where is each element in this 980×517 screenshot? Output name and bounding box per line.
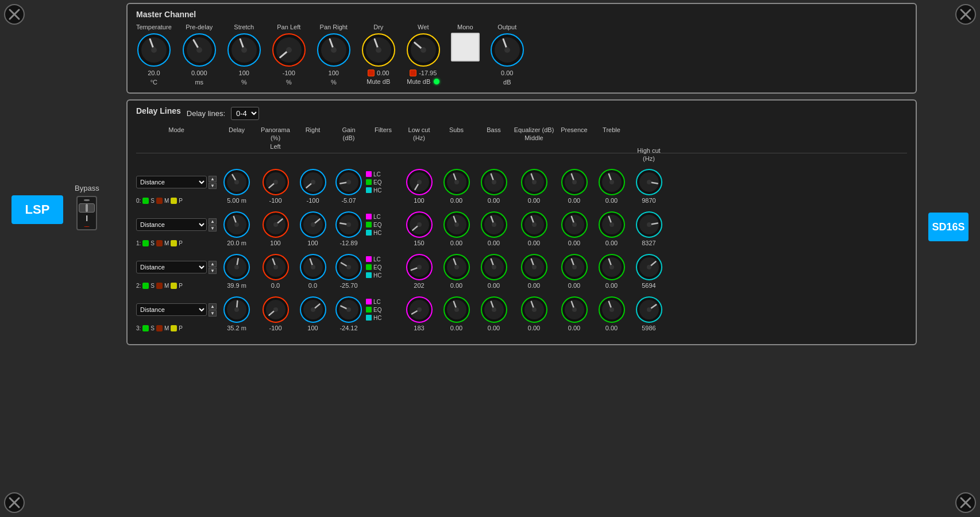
knob-dry-svg[interactable]: [361, 33, 396, 67]
row2-mode-select[interactable]: Distance: [136, 261, 207, 273]
knob-output-value: 0.00: [501, 70, 513, 76]
row1-treble-knob[interactable]: [593, 211, 630, 238]
row2-gain-knob[interactable]: [331, 253, 366, 281]
row2-subs-knob[interactable]: [438, 253, 475, 281]
row2-highcut-knob[interactable]: [630, 253, 668, 281]
row0-s-led[interactable]: [142, 198, 149, 204]
row2-panright-knob[interactable]: [294, 253, 331, 281]
row0-presence-knob[interactable]: [555, 168, 593, 196]
row3-p-led[interactable]: [171, 325, 177, 331]
row3-subs-knob[interactable]: [438, 296, 475, 323]
row0-lowcut-knob[interactable]: [400, 168, 438, 196]
row1-subs-knob[interactable]: [438, 211, 475, 238]
row2-spinner-down[interactable]: ▼: [209, 268, 217, 274]
row2-panleft-knob[interactable]: [257, 253, 294, 281]
row2-treble-knob[interactable]: [593, 253, 630, 281]
row3-lowcut-knob[interactable]: [400, 296, 438, 323]
row3-delay-knob[interactable]: [217, 296, 257, 323]
row1-lowcut-knob[interactable]: [400, 211, 438, 238]
row2-mode-spinner[interactable]: ▲ ▼: [209, 261, 217, 274]
row3-treble-knob[interactable]: [593, 296, 630, 323]
row1-bass-knob[interactable]: [475, 211, 512, 238]
row0-p-led[interactable]: [171, 198, 177, 204]
row1-mode-spinner[interactable]: ▲ ▼: [209, 218, 217, 232]
row1-spinner-up[interactable]: ▲: [209, 218, 217, 225]
row1-mode-select[interactable]: Distance: [136, 218, 207, 231]
row3-spinner-up[interactable]: ▲: [209, 303, 217, 310]
row1-m-led[interactable]: [156, 240, 163, 246]
row2-bass-knob[interactable]: [475, 253, 512, 281]
row3-delay-val: 35.2 m: [217, 325, 257, 331]
row1-spinner-down[interactable]: ▼: [209, 225, 217, 232]
knob-wet: Wet -17.95 Mute dB: [406, 24, 441, 85]
svg-point-59: [532, 180, 537, 184]
row1-panright-knob[interactable]: [294, 211, 331, 238]
row1-p-led[interactable]: [171, 240, 177, 246]
sd16s-button[interactable]: SD16S: [928, 213, 969, 241]
row1-gain-knob[interactable]: [331, 211, 366, 238]
row0-panleft-knob[interactable]: [257, 168, 294, 196]
row3-mode-spinner[interactable]: ▲ ▼: [209, 303, 217, 317]
knob-stretch-svg[interactable]: [227, 33, 261, 67]
row3-highcut-knob[interactable]: [630, 296, 668, 323]
row0-treble-knob[interactable]: [593, 168, 630, 196]
row2-p-led[interactable]: [171, 283, 177, 289]
svg-point-137: [234, 307, 239, 312]
row1-highcut-knob[interactable]: [630, 211, 668, 238]
row3-panleft-knob[interactable]: [257, 296, 294, 323]
row2-delay-knob[interactable]: [217, 253, 257, 281]
row3-mode-select[interactable]: Distance: [136, 303, 207, 316]
row3-spinner-down[interactable]: ▼: [209, 310, 217, 317]
row2-subs-val: 0.00: [438, 282, 475, 289]
row3-presence-knob[interactable]: [555, 296, 593, 323]
row1-presence-knob[interactable]: [555, 211, 593, 238]
row1-middle-knob[interactable]: [512, 211, 555, 238]
knob-temperature-svg[interactable]: [137, 33, 171, 67]
lsp-button[interactable]: LSP: [11, 195, 63, 224]
row3-middle-knob[interactable]: [512, 296, 555, 323]
knob-output-svg[interactable]: [490, 33, 524, 67]
row0-spinner-up[interactable]: ▲: [209, 176, 217, 182]
row0-highcut-knob[interactable]: [630, 168, 668, 196]
row0-panright-knob[interactable]: [294, 168, 331, 196]
row1-panleft-knob[interactable]: [257, 211, 294, 238]
row0-mode-select[interactable]: Distance: [136, 176, 207, 188]
row1-bass-val: 0.00: [475, 240, 512, 246]
knob-wet-svg[interactable]: [406, 33, 441, 67]
row2-middle-knob[interactable]: [512, 253, 555, 281]
row1-delay-knob[interactable]: [217, 211, 257, 238]
corner-bl-icon[interactable]: [3, 491, 26, 514]
row2-m-led[interactable]: [156, 283, 163, 289]
knob-predelay-svg[interactable]: [182, 33, 217, 67]
row1-presence-val: 0.00: [555, 240, 593, 246]
row0-middle-knob[interactable]: [512, 168, 555, 196]
svg-point-98: [609, 222, 614, 227]
row3-bass-knob[interactable]: [475, 296, 512, 323]
corner-br-icon[interactable]: [954, 491, 977, 514]
knob-panright-svg[interactable]: [317, 33, 351, 67]
wet-mute-led[interactable]: [410, 70, 416, 76]
row0-subs-knob[interactable]: [438, 168, 475, 196]
row0-spinner-down[interactable]: ▼: [209, 183, 217, 189]
row3-gain-knob[interactable]: [331, 296, 366, 323]
mono-box[interactable]: [451, 33, 480, 61]
dry-mute-led[interactable]: [368, 70, 375, 76]
corner-tr-icon[interactable]: [954, 3, 977, 26]
corner-tl-icon[interactable]: [3, 3, 26, 26]
row3-m-led[interactable]: [156, 325, 163, 331]
knob-panleft-svg[interactable]: [272, 33, 306, 67]
row0-m-led[interactable]: [156, 198, 163, 204]
row0-delay-knob[interactable]: [217, 168, 257, 196]
row0-bass-knob[interactable]: [475, 168, 512, 196]
delay-lines-select[interactable]: 0-4 4-8: [231, 107, 259, 120]
row3-panright-knob[interactable]: [294, 296, 331, 323]
row2-presence-knob[interactable]: [555, 253, 593, 281]
row2-lowcut-knob[interactable]: [400, 253, 438, 281]
row1-s-led[interactable]: [142, 240, 149, 246]
row3-s-led[interactable]: [142, 325, 149, 331]
row2-s-led[interactable]: [142, 283, 149, 289]
row2-spinner-up[interactable]: ▲: [209, 261, 217, 267]
bypass-toggle[interactable]: I: [76, 196, 97, 230]
row0-gain-knob[interactable]: [331, 168, 366, 196]
row0-mode-spinner[interactable]: ▲ ▼: [209, 176, 217, 189]
